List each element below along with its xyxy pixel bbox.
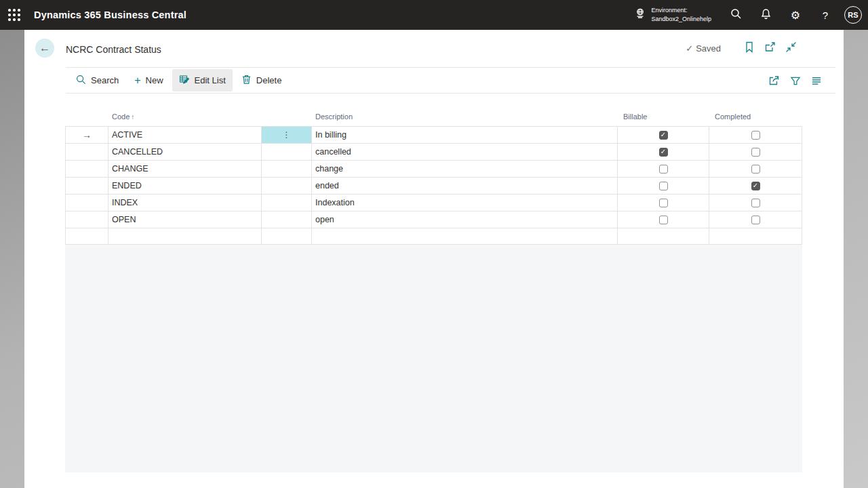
delete-button[interactable]: Delete bbox=[235, 69, 289, 92]
billable-checkbox[interactable] bbox=[659, 199, 668, 207]
options-cell bbox=[262, 144, 312, 160]
description-cell[interactable]: In billing bbox=[312, 127, 618, 143]
options-cell bbox=[262, 211, 312, 228]
billable-header-label: Billable bbox=[623, 113, 647, 121]
back-button[interactable]: ← bbox=[35, 39, 54, 58]
row-indicator-cell bbox=[65, 228, 108, 244]
row-indicator-cell bbox=[65, 161, 108, 177]
table-row[interactable] bbox=[65, 228, 802, 245]
collapse-page-icon[interactable] bbox=[785, 41, 797, 56]
column-header-code[interactable]: Code↑ bbox=[108, 113, 262, 121]
top-navigation-bar: Dynamics 365 Business Central Environmen… bbox=[0, 0, 868, 30]
billable-checkbox[interactable] bbox=[659, 182, 668, 190]
completed-checkbox[interactable] bbox=[751, 131, 760, 140]
column-header-description[interactable]: Description bbox=[312, 113, 618, 121]
code-cell[interactable]: ENDED bbox=[108, 178, 262, 194]
help-button[interactable]: ? bbox=[810, 0, 840, 30]
page-title: NCRC Contract Status bbox=[66, 44, 161, 55]
column-header-billable[interactable]: Billable bbox=[618, 113, 709, 121]
table-row[interactable]: → ACTIVE ⋮ In billing ✓ bbox=[65, 126, 802, 143]
description-cell[interactable]: Indexation bbox=[312, 195, 618, 211]
row-indicator-cell bbox=[65, 178, 108, 194]
app-title[interactable]: Dynamics 365 Business Central bbox=[34, 9, 186, 20]
options-cell bbox=[262, 195, 312, 211]
search-list-button[interactable]: Search bbox=[69, 70, 125, 92]
completed-checkbox[interactable] bbox=[751, 216, 760, 224]
table-row[interactable]: INDEX Indexation bbox=[65, 194, 802, 211]
billable-cell: ✓ bbox=[618, 127, 709, 143]
cell-options[interactable] bbox=[262, 211, 311, 228]
table-row[interactable]: CANCELLED cancelled ✓ bbox=[65, 143, 802, 160]
open-in-new-window-icon[interactable] bbox=[764, 41, 776, 56]
completed-checkbox[interactable] bbox=[751, 165, 760, 174]
saved-status: ✓ Saved bbox=[686, 43, 721, 54]
completed-checkbox[interactable]: ✓ bbox=[751, 182, 760, 190]
share-icon[interactable] bbox=[768, 75, 780, 86]
saved-status-label: Saved bbox=[696, 43, 721, 54]
list-options-icon[interactable] bbox=[811, 75, 822, 86]
cell-options[interactable]: ⋮ bbox=[262, 127, 311, 143]
cell-options[interactable] bbox=[262, 144, 311, 160]
options-cell bbox=[262, 178, 312, 194]
notifications-button[interactable] bbox=[751, 0, 781, 30]
row-indicator-cell: → bbox=[65, 127, 108, 143]
new-button[interactable]: + New bbox=[127, 70, 170, 91]
billable-cell bbox=[618, 178, 709, 194]
description-cell[interactable]: cancelled bbox=[312, 144, 618, 160]
table-row[interactable]: OPEN open bbox=[65, 211, 802, 228]
toolbar-separator bbox=[66, 93, 835, 94]
code-cell[interactable] bbox=[108, 228, 262, 244]
bell-icon bbox=[760, 8, 772, 22]
table-row[interactable]: CHANGE change bbox=[65, 160, 802, 177]
description-cell[interactable]: open bbox=[312, 211, 618, 228]
billable-cell: ✓ bbox=[618, 144, 709, 160]
environment-label: Environment: bbox=[651, 6, 711, 15]
completed-checkbox[interactable] bbox=[751, 148, 760, 157]
row-indicator-cell bbox=[65, 195, 108, 211]
table-header-row: Code↑ Description Billable Completed bbox=[65, 107, 802, 126]
bookmark-icon[interactable] bbox=[744, 41, 755, 56]
edit-list-button[interactable]: Edit List bbox=[172, 69, 233, 92]
back-arrow-icon: ← bbox=[39, 43, 50, 54]
saved-check-icon: ✓ bbox=[686, 43, 693, 54]
app-launcher-waffle-icon[interactable] bbox=[8, 9, 20, 21]
completed-cell bbox=[709, 144, 802, 160]
code-cell[interactable]: ACTIVE bbox=[108, 127, 262, 143]
plus-icon: + bbox=[134, 75, 140, 86]
billable-cell bbox=[618, 161, 709, 177]
list-empty-area bbox=[65, 245, 802, 472]
billable-checkbox[interactable] bbox=[659, 165, 668, 174]
new-label: New bbox=[146, 75, 163, 85]
completed-checkbox[interactable] bbox=[751, 199, 760, 207]
cell-options[interactable] bbox=[262, 161, 311, 177]
completed-cell bbox=[709, 127, 802, 143]
billable-checkbox[interactable]: ✓ bbox=[659, 131, 668, 140]
column-header-completed[interactable]: Completed bbox=[709, 113, 802, 121]
completed-cell bbox=[709, 161, 802, 177]
billable-checkbox[interactable] bbox=[659, 216, 668, 224]
search-button[interactable] bbox=[721, 0, 751, 30]
table-row[interactable]: ENDED ended ✓ bbox=[65, 177, 802, 194]
code-cell[interactable]: INDEX bbox=[108, 195, 262, 211]
trash-icon bbox=[241, 74, 252, 87]
description-cell[interactable] bbox=[312, 228, 618, 244]
completed-cell: ✓ bbox=[709, 178, 802, 194]
gear-icon: ⚙ bbox=[791, 9, 800, 22]
description-cell[interactable]: ended bbox=[312, 178, 618, 194]
user-avatar[interactable]: RS bbox=[844, 6, 862, 24]
code-cell[interactable]: CANCELLED bbox=[108, 144, 262, 160]
cell-options[interactable] bbox=[262, 178, 311, 194]
description-cell[interactable]: change bbox=[312, 161, 618, 177]
sort-ascending-icon: ↑ bbox=[131, 113, 134, 121]
billable-checkbox[interactable]: ✓ bbox=[659, 148, 668, 157]
action-toolbar: Search + New Edit List bbox=[66, 68, 835, 93]
cell-options[interactable] bbox=[262, 195, 311, 211]
cell-options[interactable] bbox=[262, 228, 311, 244]
description-header-label: Description bbox=[315, 113, 353, 121]
completed-cell bbox=[709, 195, 802, 211]
settings-button[interactable]: ⚙ bbox=[781, 0, 810, 30]
code-cell[interactable]: OPEN bbox=[108, 211, 262, 228]
completed-cell bbox=[709, 228, 802, 244]
filter-icon[interactable] bbox=[790, 75, 801, 86]
code-cell[interactable]: CHANGE bbox=[108, 161, 262, 177]
